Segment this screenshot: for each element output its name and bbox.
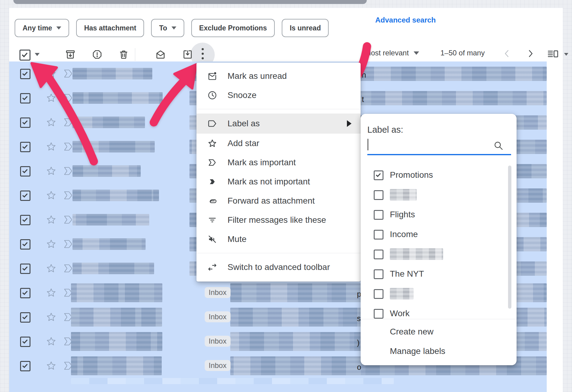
more-options-button[interactable] (201, 48, 204, 61)
mark-as-read-icon[interactable] (155, 49, 166, 60)
split-pane-dropdown-icon[interactable] (564, 53, 568, 56)
menu-item-forward-as-attachment[interactable]: Forward as attachment (196, 191, 361, 210)
email-row-checkbox[interactable] (20, 69, 30, 79)
panel-footer-create-new[interactable]: Create new (390, 327, 433, 337)
newer-page-button[interactable] (501, 48, 512, 59)
unblurred-text-fragment: t (362, 95, 364, 104)
menu-item-mark-as-important[interactable]: Mark as important (196, 153, 361, 172)
label-option-blurred[interactable] (361, 185, 517, 205)
menu-item-label: Snooze (228, 90, 256, 100)
email-row-checkbox[interactable] (20, 264, 30, 274)
blurred-sender-text (72, 190, 159, 201)
menu-item-switch-to-advanced-toolbar[interactable]: Switch to advanced toolbar (196, 257, 361, 277)
menu-item-label: Mark as unread (228, 71, 287, 81)
filter-chip-label: To (159, 24, 167, 32)
move-to-icon[interactable] (182, 49, 193, 60)
star-icon[interactable] (45, 165, 57, 177)
label-option-the-nyt[interactable]: The NYT (361, 264, 517, 284)
star-icon[interactable] (45, 68, 57, 80)
menu-item-add-star[interactable]: Add star (196, 134, 361, 153)
filter-chip-has-attachment[interactable]: Has attachment (76, 19, 144, 37)
archive-icon[interactable] (65, 49, 76, 60)
menu-item-label-as[interactable]: Label as (196, 114, 361, 134)
label-checkbox[interactable] (374, 170, 383, 180)
label-option-promotions[interactable]: Promotions (361, 166, 517, 185)
star-icon[interactable] (45, 335, 57, 348)
filter-chip-to[interactable]: To (151, 19, 184, 37)
email-row-checkbox[interactable] (20, 312, 30, 323)
menu-item-snooze[interactable]: Snooze (196, 86, 361, 105)
sort-dropdown[interactable]: Most relevant (365, 49, 419, 57)
select-all-dropdown-icon[interactable] (35, 53, 40, 56)
email-row-checkbox[interactable] (20, 117, 30, 128)
filter-chip-is-unread[interactable]: Is unread (282, 19, 329, 37)
label-option-blurred[interactable] (361, 245, 517, 264)
email-row-checkbox[interactable] (20, 361, 30, 371)
menu-item-label: Mark as not important (228, 177, 310, 187)
filter-chip-exclude-promotions[interactable]: Exclude Promotions (191, 19, 275, 37)
inbox-label-badge: Inbox (205, 287, 231, 298)
star-icon[interactable] (45, 238, 57, 250)
menu-item-filter-messages-like-these[interactable]: Filter messages like these (196, 210, 361, 229)
email-row-checkbox[interactable] (20, 191, 30, 201)
star-icon[interactable] (45, 141, 57, 153)
select-all-checkbox[interactable] (19, 50, 30, 61)
email-row-checkbox[interactable] (20, 239, 30, 250)
star-icon[interactable] (45, 287, 57, 299)
menu-divider (196, 109, 361, 109)
label-option-work[interactable]: Work (361, 304, 517, 319)
unblurred-text-fragment: n (362, 71, 366, 79)
menu-item-label: Mark as important (228, 158, 296, 167)
email-row-checkbox[interactable] (20, 288, 30, 298)
filter-chip-label: Has attachment (84, 24, 136, 32)
filter-chip-label: Exclude Promotions (199, 24, 267, 32)
filter-icon (207, 215, 217, 225)
menu-item-mark-as-not-important[interactable]: Mark as not important (196, 172, 361, 191)
delete-icon[interactable] (118, 49, 129, 60)
label-option-blurred[interactable] (361, 284, 517, 304)
label-list: PromotionsFlightsIncomeThe NYTWork (361, 165, 517, 319)
label-search-input[interactable] (367, 137, 511, 155)
menu-item-mark-as-unread[interactable]: Mark as unread (196, 66, 361, 86)
star-icon[interactable] (45, 311, 57, 323)
split-pane-toggle[interactable] (547, 49, 559, 60)
email-row-checkbox[interactable] (20, 93, 30, 103)
email-row[interactable] (9, 378, 547, 392)
blurred-sender-text (72, 68, 152, 79)
advanced-search-link[interactable]: Advanced search (375, 16, 436, 24)
report-spam-icon[interactable] (92, 49, 102, 60)
older-page-button[interactable] (525, 48, 536, 59)
menu-item-mute[interactable]: Mute (196, 229, 361, 249)
star-icon[interactable] (45, 189, 57, 201)
email-row-checkbox[interactable] (20, 337, 30, 347)
browser-chrome-remnant (13, 0, 367, 4)
filter-chip-any-time[interactable]: Any time (15, 19, 69, 37)
label-checkbox[interactable] (374, 269, 383, 279)
unblurred-text-fragment: ) (357, 338, 359, 347)
snooze-icon (207, 90, 217, 100)
star-icon[interactable] (45, 92, 57, 104)
text-cursor (368, 139, 368, 150)
label-name: Work (390, 309, 410, 318)
label-option-income[interactable]: Income (361, 225, 517, 245)
label-checkbox[interactable] (374, 309, 383, 319)
label-checkbox[interactable] (374, 210, 383, 220)
email-row-checkbox[interactable] (20, 215, 30, 225)
label-checkbox[interactable] (374, 289, 383, 299)
panel-footer-manage-labels[interactable]: Manage labels (390, 346, 445, 356)
label-checkbox[interactable] (374, 230, 383, 240)
star-icon[interactable] (45, 214, 57, 226)
chevron-down-icon (56, 26, 61, 30)
star-icon[interactable] (45, 116, 57, 128)
star-icon[interactable] (45, 262, 57, 275)
email-row-checkbox[interactable] (20, 142, 30, 152)
label-checkbox[interactable] (374, 190, 383, 200)
unblurred-text-fragment: o (357, 363, 361, 372)
star-icon[interactable] (45, 360, 57, 372)
label-checkbox[interactable] (374, 250, 383, 259)
blurred-sender-text (72, 92, 163, 104)
label-name: Promotions (390, 170, 433, 180)
email-row-checkbox[interactable] (20, 166, 30, 177)
label-option-flights[interactable]: Flights (361, 205, 517, 225)
label-list-scrollbar[interactable] (508, 166, 511, 309)
